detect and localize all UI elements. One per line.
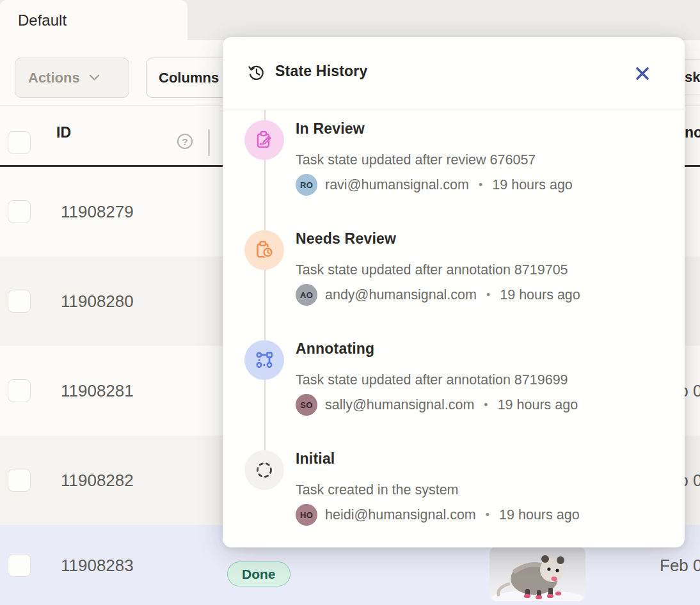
history-entry: In Review Task state updated after revie… xyxy=(244,120,660,196)
cell-task-id: 11908283 xyxy=(61,555,134,575)
user-email: sally@humansignal.com xyxy=(325,397,474,413)
meta-separator: • xyxy=(484,508,491,522)
history-entry: Initial Task created in the system HO he… xyxy=(244,450,660,526)
column-resize-handle[interactable] xyxy=(208,129,210,156)
row-checkbox[interactable] xyxy=(8,200,31,223)
tab-bar: Default xyxy=(0,0,700,40)
chevron-down-icon xyxy=(89,74,100,81)
entry-meta: AO andy@humansignal.com • 19 hours ago xyxy=(296,284,580,306)
entry-meta: RO ravi@humansignal.com • 19 hours ago xyxy=(296,174,573,196)
time-ago: 19 hours ago xyxy=(499,507,580,523)
close-button[interactable] xyxy=(632,63,653,84)
meta-separator: • xyxy=(484,288,492,302)
cell-task-id: 11908279 xyxy=(61,202,134,222)
close-icon xyxy=(634,65,651,82)
user-email: ravi@humansignal.com xyxy=(325,177,469,193)
history-clock-icon xyxy=(247,63,266,82)
avatar: AO xyxy=(296,284,317,306)
status-badge-label: Done xyxy=(242,567,276,582)
entry-state: In Review xyxy=(296,120,573,137)
avatar: HO xyxy=(296,504,317,526)
tab-default[interactable]: Default xyxy=(0,0,187,40)
column-header-fragment: no xyxy=(685,124,700,141)
help-icon[interactable]: ? xyxy=(175,132,195,151)
clipped-right-button-label: sk xyxy=(685,69,700,86)
entry-content: In Review Task state updated after revie… xyxy=(296,120,573,196)
cell-task-id: 11908281 xyxy=(61,381,134,401)
clipboard-clock-icon xyxy=(244,230,284,270)
modal-title: State History xyxy=(275,63,367,80)
row-checkbox[interactable] xyxy=(8,379,31,402)
meta-separator: • xyxy=(477,178,484,192)
entry-description: Task state updated after annotation 8719… xyxy=(296,262,580,278)
history-entry: Needs Review Task state updated after an… xyxy=(244,230,660,306)
status-badge: Done xyxy=(227,562,290,586)
avatar: SO xyxy=(296,394,317,416)
entry-state: Initial xyxy=(296,450,580,467)
bounding-box-icon xyxy=(244,340,284,380)
history-entry: Annotating Task state updated after anno… xyxy=(244,340,660,416)
time-ago: 19 hours ago xyxy=(498,397,578,413)
entry-state: Needs Review xyxy=(296,230,580,247)
row-checkbox[interactable] xyxy=(8,290,31,313)
actions-button-label: Actions xyxy=(28,70,80,86)
actions-button[interactable]: Actions xyxy=(15,58,129,98)
entry-description: Task state updated after review 676057 xyxy=(296,152,573,168)
entry-content: Initial Task created in the system HO he… xyxy=(296,450,580,526)
row-checkbox[interactable] xyxy=(8,469,31,492)
entry-meta: SO sally@humansignal.com • 19 hours ago xyxy=(296,394,578,416)
entry-meta: HO heidi@humansignal.com • 19 hours ago xyxy=(296,504,580,526)
column-header-id: ID xyxy=(56,124,71,141)
entry-content: Annotating Task state updated after anno… xyxy=(296,340,578,416)
columns-button-label: Columns xyxy=(159,70,219,86)
tab-label: Default xyxy=(18,12,67,29)
user-email: andy@humansignal.com xyxy=(325,287,477,303)
time-ago: 19 hours ago xyxy=(492,177,573,193)
clipboard-pencil-icon xyxy=(244,120,284,160)
dashed-circle-icon xyxy=(244,450,284,490)
cell-task-id: 11908282 xyxy=(61,471,134,491)
entry-state: Annotating xyxy=(296,340,578,357)
task-image-thumbnail[interactable] xyxy=(489,547,585,601)
entry-description: Task state updated after annotation 8719… xyxy=(296,372,578,388)
opossum-image xyxy=(489,547,585,601)
svg-text:?: ? xyxy=(182,136,187,147)
avatar: RO xyxy=(296,174,317,196)
time-ago: 19 hours ago xyxy=(500,287,580,303)
modal-divider xyxy=(223,109,685,109)
meta-separator: • xyxy=(482,398,489,412)
entry-description: Task created in the system xyxy=(296,482,580,498)
cell-task-id: 11908280 xyxy=(61,292,134,311)
entry-content: Needs Review Task state updated after an… xyxy=(296,230,580,306)
cell-date: Feb 05 xyxy=(660,555,700,575)
user-email: heidi@humansignal.com xyxy=(325,507,476,523)
row-checkbox[interactable] xyxy=(8,554,31,577)
state-history-modal: State History In Review Task state updat… xyxy=(223,37,685,547)
select-all-checkbox[interactable] xyxy=(8,131,31,154)
